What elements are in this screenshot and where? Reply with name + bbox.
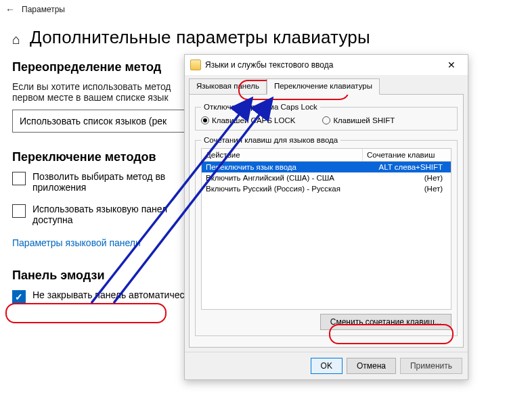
action-cell: Включить Русский (Россия) - Русская xyxy=(206,185,359,193)
keys-cell: (Нет) xyxy=(359,174,447,182)
hotkeys-header: Действие Сочетание клавиш xyxy=(201,148,451,161)
radio-label: Клавишей CAPS LOCK xyxy=(212,116,295,124)
dialog-title: Языки и службы текстового ввода xyxy=(205,60,441,70)
action-cell: Переключить язык ввода xyxy=(206,163,359,171)
checkbox-icon xyxy=(12,204,26,218)
back-icon[interactable]: ← xyxy=(5,4,22,15)
action-cell: Включить Английский (США) - США xyxy=(206,174,359,182)
change-key-sequence-button[interactable]: Сменить сочетание клавиш... xyxy=(320,314,451,330)
radio-icon xyxy=(201,116,209,124)
tab-keyboard-switching[interactable]: Переключение клавиатуры xyxy=(267,78,380,95)
home-icon[interactable]: ⌂ xyxy=(12,32,20,46)
tab-panel: Отключение режима Caps Lock Клавишей CAP… xyxy=(189,94,464,348)
text-services-dialog: Языки и службы текстового ввода ✕ Языков… xyxy=(184,54,468,380)
chk-label: Позволить выбирать метод вв приложения xyxy=(32,171,188,193)
keys-cell: (Нет) xyxy=(359,185,447,193)
list-item[interactable]: Переключить язык ввода ALT слева+SHIFT xyxy=(202,162,451,172)
hotkeys-list[interactable]: Переключить язык ввода ALT слева+SHIFT В… xyxy=(201,161,451,310)
page-title: Дополнительные параметры клавиатуры xyxy=(30,27,370,48)
dialog-tabs: Языковая панель Переключение клавиатуры xyxy=(185,75,468,94)
col-keys: Сочетание клавиш xyxy=(363,149,451,161)
checkbox-icon xyxy=(12,172,26,185)
caps-lock-legend: Отключение режима Caps Lock xyxy=(201,103,320,111)
keyboard-icon xyxy=(190,60,201,70)
hotkeys-legend: Сочетания клавиш для языков ввода xyxy=(201,136,340,144)
dropdown-value: Использовать список языков (рек xyxy=(20,116,167,126)
apply-button[interactable]: Применить xyxy=(400,358,462,374)
list-item[interactable]: Включить Русский (Россия) - Русская (Нет… xyxy=(202,183,451,194)
dialog-titlebar[interactable]: Языки и службы текстового ввода ✕ xyxy=(185,55,468,75)
col-action: Действие xyxy=(202,149,363,161)
radio-capslock[interactable]: Клавишей CAPS LOCK xyxy=(201,116,295,124)
radio-label: Клавишей SHIFT xyxy=(333,116,395,124)
dialog-actions: OK Отмена Применить xyxy=(185,352,468,379)
ok-button[interactable]: OK xyxy=(311,358,343,374)
radio-icon xyxy=(322,116,330,124)
keys-cell: ALT слева+SHIFT xyxy=(359,163,447,171)
cancel-button[interactable]: Отмена xyxy=(347,358,396,374)
default-input-method-dropdown[interactable]: Использовать список языков (рек xyxy=(12,110,188,133)
radio-shift[interactable]: Клавишей SHIFT xyxy=(322,116,395,124)
window-title: Параметры xyxy=(22,5,65,14)
tab-language-bar[interactable]: Языковая панель xyxy=(189,78,267,95)
chk-label: Использовать языковую панел доступна xyxy=(32,204,188,225)
list-item[interactable]: Включить Английский (США) - США (Нет) xyxy=(202,172,451,183)
hotkeys-group: Сочетания клавиш для языков ввода Действ… xyxy=(195,136,458,336)
window-titlebar: ← Параметры xyxy=(0,0,507,19)
caps-lock-group: Отключение режима Caps Lock Клавишей CAP… xyxy=(195,103,458,131)
close-icon[interactable]: ✕ xyxy=(441,60,462,70)
checkbox-icon xyxy=(12,290,26,304)
